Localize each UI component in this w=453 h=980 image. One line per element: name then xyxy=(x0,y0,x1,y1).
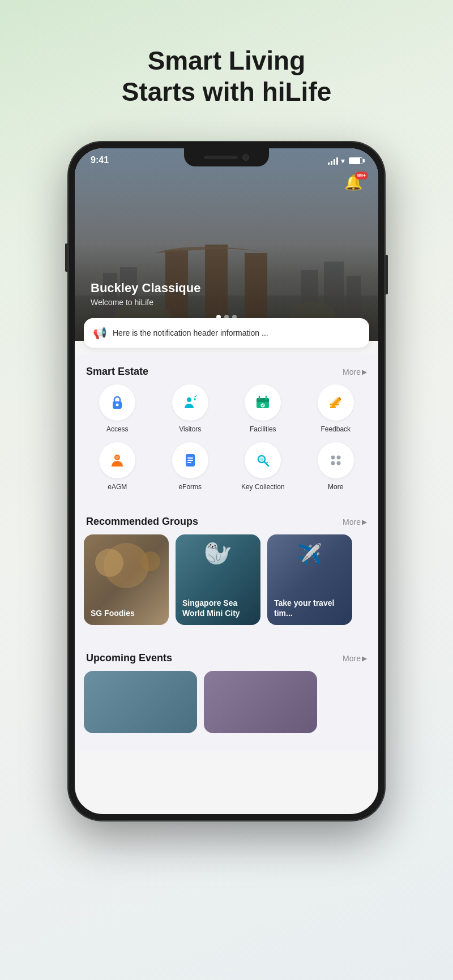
travel-label: Take your travel tim... xyxy=(274,598,352,618)
svg-point-31 xyxy=(331,456,335,460)
more-apps-icon-circle xyxy=(318,442,354,478)
sg-foodies-label: SG Foodies xyxy=(91,608,135,618)
svg-rect-26 xyxy=(187,457,193,459)
keycollection-label: Key Collection xyxy=(241,483,285,491)
upcoming-events-header: Upcoming Events More ▶ xyxy=(75,641,378,671)
feedback-pencil-icon xyxy=(327,393,345,412)
more-arrow-icon: ▶ xyxy=(362,368,367,376)
group-card-travel[interactable]: ✈️ Take your travel tim... xyxy=(267,534,352,625)
svg-line-14 xyxy=(195,396,196,397)
access-lock-icon xyxy=(108,393,126,412)
smart-estate-more-button[interactable]: More ▶ xyxy=(343,367,367,376)
visitors-icon-circle xyxy=(172,384,208,421)
singapore-sea-label: Singapore Sea World Mini City xyxy=(182,598,260,618)
main-content-card: Smart Estate More ▶ xyxy=(75,354,378,751)
more-grid-icon xyxy=(327,451,345,469)
seal-decoration: 🦭 xyxy=(204,540,232,567)
visitors-person-icon xyxy=(181,393,199,412)
eagm-icon-circle xyxy=(99,442,135,478)
travel-decoration: ✈️ xyxy=(297,543,322,566)
access-item[interactable]: Access xyxy=(84,384,151,433)
hero-property-name: Buckley Classique xyxy=(91,281,200,296)
upcoming-events-title: Upcoming Events xyxy=(86,652,172,664)
smart-estate-title: Smart Estate xyxy=(86,366,148,378)
eagm-item[interactable]: eAGM xyxy=(84,442,151,491)
recommended-groups-title: Recommended Groups xyxy=(86,516,198,528)
facilities-calendar-icon xyxy=(254,393,272,412)
phone-outer-shell: Buckley Classique Welcome to hiLife 🔔 99… xyxy=(68,142,385,821)
event-card-2[interactable] xyxy=(204,671,317,733)
groups-scroll-container[interactable]: SG Foodies 🦭 Singapore Sea World Mini Ci… xyxy=(75,534,378,632)
megaphone-icon: 📢 xyxy=(93,326,107,340)
camera xyxy=(242,154,249,161)
svg-point-24 xyxy=(116,456,119,459)
wifi-icon: ▾ xyxy=(341,156,345,165)
eforms-label: eForms xyxy=(178,483,202,491)
app-content-scroll[interactable]: 9:41 ▾ xyxy=(75,148,378,814)
feedback-item[interactable]: Feedback xyxy=(302,384,370,433)
groups-more-arrow-icon: ▶ xyxy=(362,518,367,526)
feedback-icon-circle xyxy=(318,384,354,421)
recommended-groups-header: Recommended Groups More ▶ xyxy=(75,504,378,534)
recommended-groups-more-button[interactable]: More ▶ xyxy=(343,517,367,527)
events-scroll-container[interactable] xyxy=(75,671,378,740)
group-card-sg-foodies[interactable]: SG Foodies xyxy=(84,534,169,625)
eagm-label: eAGM xyxy=(108,483,127,491)
svg-rect-27 xyxy=(187,460,193,461)
more-apps-item[interactable]: More xyxy=(302,442,370,491)
svg-rect-17 xyxy=(257,400,269,402)
eagm-person-icon xyxy=(108,451,126,469)
hero-welcome-text: Welcome to hiLife xyxy=(91,298,200,307)
access-label: Access xyxy=(106,425,129,433)
smart-estate-icon-grid-row2: eAGM eF xyxy=(75,442,378,495)
phone-notch xyxy=(184,148,269,166)
svg-point-33 xyxy=(331,461,335,465)
phone-screen: Buckley Classique Welcome to hiLife 🔔 99… xyxy=(75,148,378,814)
svg-point-12 xyxy=(187,397,191,402)
feedback-label: Feedback xyxy=(320,425,351,433)
smart-estate-header: Smart Estate More ▶ xyxy=(75,354,378,384)
upcoming-events-more-button[interactable]: More ▶ xyxy=(343,654,367,663)
access-icon-circle xyxy=(99,384,135,421)
keycollection-item[interactable]: Key Collection xyxy=(229,442,297,491)
headline-line2: Starts with hiLife xyxy=(122,77,332,106)
phone-mockup: Buckley Classique Welcome to hiLife 🔔 99… xyxy=(0,142,453,821)
facilities-label: Facilities xyxy=(250,425,276,433)
battery-icon xyxy=(349,157,362,164)
eforms-item[interactable]: eForms xyxy=(157,442,224,491)
event-card-1[interactable] xyxy=(84,671,197,733)
notification-bell-button[interactable]: 🔔 99+ xyxy=(344,174,365,194)
svg-point-34 xyxy=(336,461,340,465)
visitors-item[interactable]: Visitors xyxy=(157,384,224,433)
status-time: 9:41 xyxy=(91,155,109,165)
facilities-icon-circle xyxy=(245,384,281,421)
page-background: Smart Living Starts with hiLife xyxy=(0,0,453,130)
visitors-label: Visitors xyxy=(179,425,201,433)
svg-point-32 xyxy=(336,456,340,460)
events-more-arrow-icon: ▶ xyxy=(362,654,367,662)
svg-point-11 xyxy=(116,404,119,406)
notification-banner-text: Here is the notification header informat… xyxy=(113,328,360,337)
eforms-document-icon xyxy=(181,451,199,469)
smart-estate-icon-grid-row1: Access xyxy=(75,384,378,438)
key-collection-icon xyxy=(254,451,272,469)
hero-text-block: Buckley Classique Welcome to hiLife xyxy=(91,281,200,307)
page-headline: Smart Living Starts with hiLife xyxy=(0,0,453,130)
group-card-singapore-sea[interactable]: 🦭 Singapore Sea World Mini City xyxy=(176,534,260,625)
svg-rect-28 xyxy=(187,462,191,463)
facilities-item[interactable]: Facilities xyxy=(229,384,297,433)
status-icons: ▾ xyxy=(328,156,362,165)
svg-point-30 xyxy=(260,457,263,461)
eforms-icon-circle xyxy=(172,442,208,478)
headline-line1: Smart Living xyxy=(148,46,306,75)
svg-point-13 xyxy=(193,398,196,401)
more-apps-label: More xyxy=(328,483,343,491)
signal-icon xyxy=(328,157,338,165)
speaker xyxy=(204,156,238,159)
keycollection-icon-circle xyxy=(245,442,281,478)
notification-banner[interactable]: 📢 Here is the notification header inform… xyxy=(84,318,369,348)
